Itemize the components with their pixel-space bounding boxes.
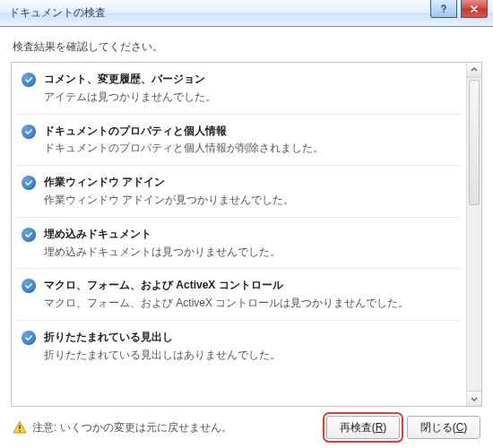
result-texts: 作業ウィンドウ アドイン作業ウィンドウ アドインが見つかりませんでした。: [39, 175, 457, 208]
result-status-icon: [19, 125, 39, 139]
check-icon: [22, 331, 36, 345]
title-bar: ドキュメントの検査: [0, 0, 493, 27]
instructions-text: 検査結果を確認してください。: [13, 39, 480, 55]
result-item: ドキュメントのプロパティと個人情報ドキュメントのプロパティと個人情報が削除されま…: [17, 115, 461, 167]
result-status-icon: [19, 279, 39, 293]
help-icon: [439, 4, 448, 13]
result-title: 折りたたまれている見出し: [44, 330, 457, 345]
check-icon: [22, 228, 36, 242]
dialog-footer: 注意: いくつかの変更は元に戻せません。 再検査(R) 閉じる(C): [11, 407, 482, 441]
result-status-icon: [19, 228, 39, 242]
vertical-scrollbar[interactable]: [466, 63, 481, 406]
result-item: コメント、変更履歴、バージョンアイテムは見つかりませんでした。: [17, 63, 461, 115]
warning-row: 注意: いくつかの変更は元に戻せません。: [13, 420, 232, 435]
reinspect-button[interactable]: 再検査(R): [326, 416, 400, 439]
close-window-button[interactable]: [461, 0, 488, 18]
result-texts: 折りたたまれている見出し折りたたまれている見出しはありませんでした。: [39, 330, 457, 363]
result-status-icon: [19, 331, 39, 345]
result-status-icon: [19, 176, 39, 190]
results-list: コメント、変更履歴、バージョンアイテムは見つかりませんでした。ドキュメントのプロ…: [12, 63, 466, 406]
check-icon: [22, 73, 36, 87]
dialog-body: 検査結果を確認してください。 コメント、変更履歴、バージョンアイテムは見つかりま…: [0, 27, 493, 448]
check-icon: [22, 125, 36, 139]
result-desc: マクロ、フォーム、および ActiveX コントロールは見つかりませんでした。: [44, 296, 457, 311]
result-desc: 作業ウィンドウ アドインが見つかりませんでした。: [44, 193, 457, 208]
scrollbar-thumb[interactable]: [469, 80, 480, 205]
result-texts: 埋め込みドキュメント埋め込みドキュメントは見つかりませんでした。: [39, 227, 457, 260]
result-title: 埋め込みドキュメント: [44, 227, 457, 242]
result-desc: アイテムは見つかりませんでした。: [44, 90, 457, 105]
close-button[interactable]: 閉じる(C): [407, 416, 480, 439]
svg-rect-1: [19, 426, 21, 430]
scroll-down-arrow[interactable]: [467, 391, 481, 406]
close-button-label: 閉じる(C): [420, 421, 468, 434]
warning-text: 注意: いくつかの変更は元に戻せません。: [32, 420, 232, 435]
reinspect-button-label: 再検査(R): [340, 421, 387, 434]
svg-point-0: [443, 11, 445, 13]
result-title: ドキュメントのプロパティと個人情報: [44, 124, 457, 139]
result-desc: ドキュメントのプロパティと個人情報が削除されました。: [44, 141, 457, 156]
result-item: 作業ウィンドウ アドイン作業ウィンドウ アドインが見つかりませんでした。: [17, 166, 461, 218]
check-icon: [22, 176, 36, 190]
result-item: 折りたたまれている見出し折りたたまれている見出しはありませんでした。: [17, 321, 461, 372]
result-status-icon: [19, 73, 39, 87]
window-title: ドキュメントの検査: [9, 5, 106, 21]
result-texts: コメント、変更履歴、バージョンアイテムは見つかりませんでした。: [39, 72, 457, 105]
results-panel: コメント、変更履歴、バージョンアイテムは見つかりませんでした。ドキュメントのプロ…: [11, 62, 482, 407]
result-texts: ドキュメントのプロパティと個人情報ドキュメントのプロパティと個人情報が削除されま…: [39, 124, 457, 157]
warning-icon: [13, 420, 27, 435]
result-item: マクロ、フォーム、および ActiveX コントロールマクロ、フォーム、および …: [17, 269, 461, 321]
result-desc: 埋め込みドキュメントは見つかりませんでした。: [44, 245, 457, 260]
close-icon: [470, 4, 479, 13]
help-button[interactable]: [430, 0, 457, 18]
result-title: 作業ウィンドウ アドイン: [44, 175, 457, 190]
svg-rect-2: [19, 430, 21, 432]
scrollbar-track[interactable]: [467, 78, 481, 391]
result-title: マクロ、フォーム、および ActiveX コントロール: [44, 278, 457, 293]
scroll-up-arrow[interactable]: [467, 63, 481, 78]
result-desc: 折りたたまれている見出しはありませんでした。: [44, 348, 457, 363]
result-item: 埋め込みドキュメント埋め込みドキュメントは見つかりませんでした。: [17, 218, 461, 270]
check-icon: [22, 279, 36, 293]
titlebar-buttons: [430, 0, 488, 20]
result-title: コメント、変更履歴、バージョン: [44, 72, 457, 87]
result-texts: マクロ、フォーム、および ActiveX コントロールマクロ、フォーム、および …: [39, 278, 457, 311]
